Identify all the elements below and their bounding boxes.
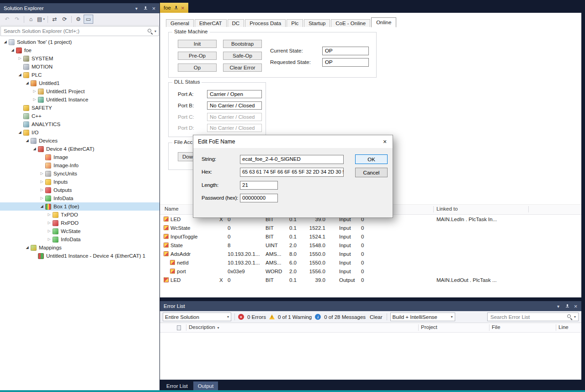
switch-views-icon[interactable]: ▤ — [36, 15, 46, 24]
current-state-field[interactable]: OP — [322, 47, 369, 55]
expander-icon[interactable] — [31, 90, 38, 93]
tree-item[interactable]: TxPDO — [0, 211, 160, 219]
back-icon[interactable]: ↶ — [2, 15, 12, 24]
tree-item[interactable]: PLC — [0, 71, 160, 79]
port-status-field[interactable]: Carrier / Open — [207, 90, 262, 98]
expander-icon[interactable] — [24, 81, 31, 85]
close-icon[interactable]: × — [150, 5, 158, 12]
device-tab[interactable]: Online — [371, 17, 396, 27]
column-header-linked-to[interactable]: Linked to — [436, 206, 458, 212]
hex-input[interactable]: 65 63 61 74 5F 66 6F 65 5F 32 2D 34 2D 3… — [240, 168, 344, 177]
panel-tab[interactable]: Output — [193, 381, 218, 391]
tree-item[interactable]: Untitled1 Project — [0, 87, 160, 95]
expander-icon[interactable] — [2, 40, 9, 44]
properties-icon[interactable]: ⚙ — [74, 15, 83, 24]
tree-item[interactable]: ANALYTICS — [0, 120, 160, 128]
tree-item[interactable]: Box 1 (foe) — [0, 202, 160, 211]
expander-icon[interactable] — [24, 139, 31, 143]
window-position-icon[interactable]: ▾ — [554, 302, 562, 310]
requested-state-field[interactable]: OP — [322, 58, 369, 67]
state-button[interactable]: Init — [178, 40, 217, 48]
expander-icon[interactable] — [24, 246, 31, 249]
expander-icon[interactable] — [38, 205, 45, 208]
preview-toggle-icon[interactable]: ▭ — [84, 15, 93, 24]
tree-item[interactable]: Mappings — [0, 244, 160, 252]
InputToggle[interactable]: InputToggle 0 BIT 0.1 1524.1 Input 0 — [160, 232, 581, 241]
state-button[interactable]: Bootstrap — [223, 40, 262, 48]
tree-item[interactable]: Device 4 (EtherCAT) — [0, 145, 160, 153]
tree-item[interactable]: Untitled1 Instance — [0, 95, 160, 104]
device-tab[interactable]: DC — [228, 19, 245, 27]
ok-button[interactable]: OK — [355, 154, 388, 164]
expander-icon[interactable] — [31, 98, 38, 101]
close-icon[interactable]: × — [572, 302, 580, 310]
expander-icon[interactable] — [46, 238, 53, 241]
scope-filter-dropdown[interactable]: Entire Solution▾ — [163, 313, 231, 321]
tree-item[interactable]: Devices — [0, 137, 160, 145]
column-header-line[interactable]: Line — [558, 324, 569, 330]
chevron-down-icon[interactable]: ▾ — [153, 29, 158, 33]
error-list-titlebar[interactable]: Error List ▾ × — [160, 301, 581, 311]
expander-icon[interactable] — [38, 196, 45, 200]
expander-icon[interactable] — [46, 229, 53, 233]
search-icon[interactable] — [567, 314, 573, 320]
tree-item[interactable]: MOTION — [0, 63, 160, 71]
panel-tab[interactable]: Error List — [162, 381, 192, 391]
toolbar-separator[interactable] — [71, 16, 72, 23]
document-tab-foe[interactable]: foe × — [160, 3, 188, 13]
toolbar-separator[interactable] — [24, 16, 24, 23]
refresh-icon[interactable]: ⟳ — [60, 15, 69, 24]
expander-icon[interactable] — [38, 188, 45, 192]
tree-item[interactable]: Solution 'foe' (1 project) — [0, 38, 160, 46]
tree-item[interactable]: I/O — [0, 128, 160, 137]
search-input[interactable]: Search Solution Explorer (Ctrl+;) ▾ — [0, 26, 159, 36]
cancel-button[interactable]: Cancel — [355, 168, 388, 177]
messages-count-button[interactable]: 0 of 28 Messages — [324, 314, 366, 320]
tree-item[interactable]: Image-Info — [0, 161, 160, 170]
tree-item[interactable]: InfoData — [0, 235, 160, 244]
tree-item[interactable]: Untitled1 Instance - Device 4 (EtherCAT)… — [0, 252, 160, 260]
error-search-input[interactable]: Search Error List ▾ — [487, 313, 579, 321]
password-input[interactable]: 00000000 — [240, 194, 278, 202]
column-header-name[interactable]: Name — [165, 206, 179, 212]
pin-icon[interactable] — [174, 5, 178, 11]
tree-item[interactable]: Image — [0, 153, 160, 161]
state-button[interactable]: Op — [178, 64, 217, 72]
column-header-description[interactable]: Description▾ — [189, 324, 219, 330]
expander-icon[interactable] — [31, 147, 38, 151]
tree-item[interactable]: SYSTEM — [0, 54, 160, 63]
home-icon[interactable]: ⌂ — [26, 15, 36, 24]
port-status-field[interactable]: No Carrier / Closed — [207, 124, 262, 132]
tree-item[interactable]: SAFETY — [0, 104, 160, 112]
tree-item[interactable]: Untitled1 — [0, 79, 160, 87]
device-tab[interactable]: Startup — [304, 19, 330, 27]
warnings-count-button[interactable]: 0 of 1 Warning — [278, 314, 312, 320]
device-tab[interactable]: EtherCAT — [195, 19, 227, 27]
AdsAddr[interactable]: AdsAddr 10.193.20.1... AMS... 8.0 1550.0… — [160, 249, 581, 258]
pending-changes-icon[interactable]: ⇄ — [50, 15, 59, 24]
tree-item[interactable]: SyncUnits — [0, 170, 160, 178]
tree-item[interactable]: Outputs — [0, 186, 160, 194]
column-header-file[interactable]: File — [492, 324, 500, 330]
dialog-titlebar[interactable]: Edit FoE Name × — [193, 135, 393, 148]
string-input[interactable]: ecat_foe_2-4-0_SIGNED — [240, 155, 344, 164]
search-icon[interactable] — [147, 28, 153, 34]
state-button[interactable]: Safe-Op — [223, 52, 262, 60]
pin-icon[interactable] — [563, 302, 571, 310]
port-status-field[interactable]: No Carrier / Closed — [207, 113, 262, 121]
tree-item[interactable]: RxPDO — [0, 219, 160, 227]
port-status-field[interactable]: No Carrier / Closed — [207, 101, 262, 110]
tree-item[interactable]: C++ — [0, 112, 160, 120]
WcState[interactable]: WcState 0 BIT 0.1 1522.1 Input 0 — [160, 223, 581, 232]
expander-icon[interactable] — [16, 131, 23, 134]
expander-icon[interactable] — [16, 73, 23, 77]
column-separator[interactable] — [433, 206, 434, 212]
clear-button[interactable]: Clear — [369, 314, 383, 320]
errors-count-button[interactable]: 0 Errors — [247, 314, 266, 320]
close-icon[interactable]: × — [181, 5, 185, 11]
chevron-down-icon[interactable]: ▾ — [573, 315, 577, 319]
expander-icon[interactable] — [9, 48, 16, 52]
LED[interactable]: LED X 0 BIT 0.1 39.0 Output 0 MAIN.LedOu… — [160, 275, 581, 284]
tree-item[interactable]: Inputs — [0, 178, 160, 186]
expander-icon[interactable] — [46, 221, 53, 225]
